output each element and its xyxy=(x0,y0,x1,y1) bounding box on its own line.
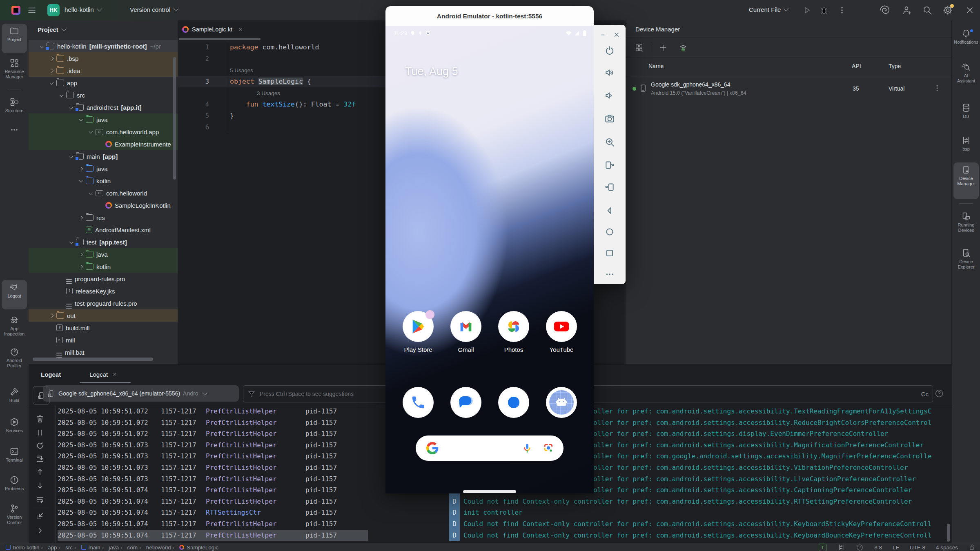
next-occurrence-icon[interactable] xyxy=(35,481,45,491)
tree-row[interactable]: ExampleInstrumente xyxy=(29,138,178,150)
run-button[interactable] xyxy=(802,5,812,15)
voice-search-mic-icon[interactable] xyxy=(522,443,532,453)
logcat-scrollbar[interactable] xyxy=(947,524,950,542)
tree-row[interactable]: proguard-rules.pro xyxy=(29,273,178,285)
tool-stripe-services[interactable]: Services xyxy=(2,415,27,440)
tree-chevron-icon[interactable] xyxy=(68,153,75,160)
tool-stripe-problems[interactable]: Problems xyxy=(2,473,27,498)
google-search-bar[interactable] xyxy=(416,435,564,461)
logcat-row[interactable]: 2025-08-05 10:59:51.074 1157-1217 PrefCt… xyxy=(56,530,951,541)
tree-row[interactable]: com.helloworld xyxy=(29,187,178,199)
emulator-more-button[interactable] xyxy=(603,267,617,281)
file-encoding[interactable]: UTF-8 xyxy=(910,544,925,551)
tree-row[interactable]: java xyxy=(29,113,178,126)
tree-chevron-icon[interactable] xyxy=(58,276,65,282)
emulator-volume-down-button[interactable] xyxy=(603,89,617,102)
logcat-tab-close-icon[interactable] xyxy=(111,371,118,378)
indent-setting[interactable]: 4 spaces xyxy=(936,544,958,551)
bsp-sync-status-icon[interactable] xyxy=(837,543,845,551)
tree-chevron-icon[interactable] xyxy=(98,202,104,209)
breadcrumb-item[interactable]: SampleLogic xyxy=(172,544,218,551)
tree-chevron-icon[interactable] xyxy=(88,129,94,135)
app-chrome[interactable] xyxy=(494,387,533,418)
tree-row[interactable]: kotlin xyxy=(29,260,178,273)
breadcrumb-item[interactable]: com xyxy=(120,544,138,551)
tree-chevron-icon[interactable] xyxy=(58,300,65,307)
tool-stripe-database[interactable]: DB xyxy=(953,100,979,126)
app-phone[interactable] xyxy=(399,387,438,418)
match-case-toggle[interactable]: Cc xyxy=(921,391,929,398)
tab-close-icon[interactable] xyxy=(236,25,245,33)
tool-stripe-running-devices[interactable]: Running Devices xyxy=(953,209,979,240)
project-badge[interactable]: HK xyxy=(47,4,60,16)
tool-stripe-structure[interactable]: Structure xyxy=(2,95,27,121)
editor-tab[interactable]: SampleLogic.kt xyxy=(182,20,245,38)
tree-row[interactable]: java xyxy=(29,162,178,175)
run-configuration-selector[interactable]: Current File xyxy=(749,6,788,13)
tree-row[interactable]: java xyxy=(29,248,178,260)
tree-chevron-icon[interactable] xyxy=(49,337,55,343)
expand-actions-chevron-icon[interactable] xyxy=(35,526,45,535)
tree-chevron-icon[interactable] xyxy=(78,214,85,221)
tool-stripe-more[interactable] xyxy=(2,122,27,136)
home-indicator-bar[interactable] xyxy=(463,490,516,493)
tree-vertical-scrollbar[interactable] xyxy=(173,57,176,180)
project-panel-header[interactable]: Project xyxy=(29,20,178,33)
breadcrumb-item[interactable]: main xyxy=(74,544,100,551)
tree-row[interactable]: releaseKey.jks xyxy=(29,285,178,297)
tree-row[interactable]: hello-kotlin [mill-synthetic-root] ~/pr xyxy=(29,40,178,52)
google-lens-icon[interactable] xyxy=(543,443,554,453)
scroll-to-end-icon[interactable] xyxy=(35,454,45,464)
tree-row[interactable]: .idea xyxy=(29,64,178,77)
debug-button[interactable] xyxy=(819,5,829,15)
tree-row[interactable]: .bsp xyxy=(29,52,178,64)
logcat-row[interactable]: 2025-08-05 10:59:51.074 1157-1217 PrefCt… xyxy=(56,518,951,530)
caret-position[interactable]: 3:8 xyxy=(874,544,882,551)
tree-chevron-icon[interactable] xyxy=(78,116,85,123)
tree-chevron-icon[interactable] xyxy=(58,288,65,294)
emulator-power-button[interactable] xyxy=(603,44,617,58)
emulator-volume-up-button[interactable] xyxy=(603,66,617,80)
tree-chevron-icon[interactable] xyxy=(49,349,55,355)
app-photos[interactable]: Photos xyxy=(494,311,533,353)
tree-row[interactable]: androidTest [app.it] xyxy=(29,101,178,113)
window-close-button[interactable] xyxy=(964,5,975,16)
tool-stripe-build[interactable]: Build xyxy=(2,384,27,410)
column-api[interactable]: API xyxy=(852,63,861,69)
breadcrumb-item[interactable]: src xyxy=(59,544,73,551)
tree-chevron-icon[interactable] xyxy=(68,104,75,111)
tree-row[interactable]: res xyxy=(29,211,178,224)
soft-wrap-icon[interactable] xyxy=(35,495,45,504)
emulator-home-button[interactable] xyxy=(603,225,617,239)
tool-stripe-bsp[interactable]: bsp xyxy=(953,133,979,158)
tree-chevron-icon[interactable] xyxy=(78,165,85,172)
tree-row[interactable]: main [app] xyxy=(29,150,178,162)
emulator-overview-button[interactable] xyxy=(603,246,617,260)
tool-stripe-project[interactable]: Project xyxy=(2,24,27,53)
device-menu-kebab-icon[interactable] xyxy=(933,84,942,93)
logcat-panel-title[interactable]: Logcat xyxy=(41,371,61,378)
tree-row[interactable]: test-proguard-rules.pro xyxy=(29,297,178,309)
tree-horizontal-scrollbar[interactable] xyxy=(33,358,153,361)
emulator-screenshot-button[interactable] xyxy=(603,111,617,125)
pause-logcat-icon[interactable] xyxy=(35,428,45,438)
clear-logcat-trash-icon[interactable] xyxy=(35,414,45,424)
emulator-back-button[interactable] xyxy=(603,204,617,218)
emulator-screen[interactable]: 11:23 A Tue, Aug 5 Play Store xyxy=(385,26,594,493)
logcat-window-tab[interactable] xyxy=(33,386,50,405)
column-type[interactable]: Type xyxy=(889,63,901,69)
breadcrumb-item[interactable]: hello-kotlin xyxy=(6,544,40,551)
tool-stripe-notifications[interactable]: Notifications xyxy=(953,26,979,51)
breadcrumb-item[interactable]: java xyxy=(102,544,119,551)
add-device-icon[interactable] xyxy=(659,43,668,52)
tree-chevron-icon[interactable] xyxy=(49,67,55,74)
emulator-title-bar[interactable]: Android Emulator - kotlin-test:5556 xyxy=(385,6,594,26)
tree-row[interactable]: src xyxy=(29,89,178,101)
tree-chevron-icon[interactable] xyxy=(49,80,55,86)
more-actions-button[interactable] xyxy=(837,5,847,15)
help-icon[interactable] xyxy=(934,389,944,398)
tool-stripe-device-manager[interactable]: Device Manager xyxy=(953,162,979,199)
tree-chevron-icon[interactable] xyxy=(49,55,55,62)
tool-stripe-terminal[interactable]: Terminal xyxy=(2,444,27,469)
tool-stripe-version-control[interactable]: Version Control xyxy=(2,501,27,533)
